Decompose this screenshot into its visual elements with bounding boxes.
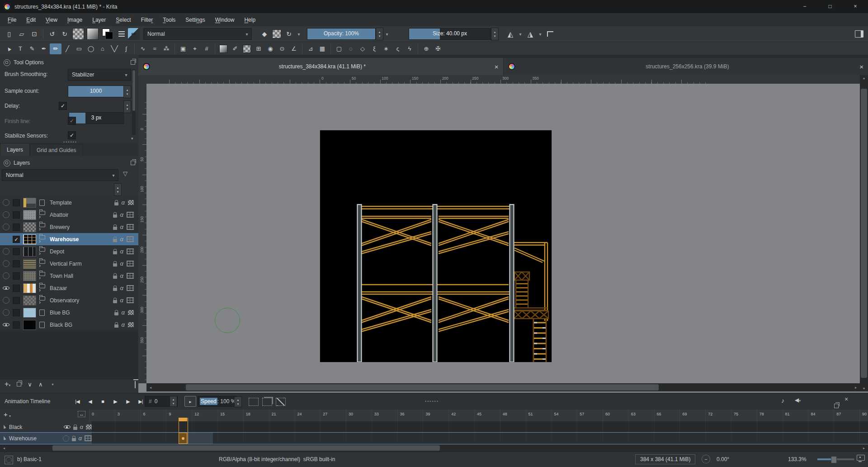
layer-select-checkbox[interactable] (13, 297, 20, 304)
canvas-rotation-dial[interactable]: ↔ (702, 455, 710, 463)
layer-lock-icon[interactable] (113, 276, 117, 279)
layer-thumbnail[interactable] (23, 198, 36, 208)
layer-blending-mode-dropdown[interactable]: Normal ▾ (2, 169, 118, 181)
timeline-track-warehouse[interactable]: Warehouse α (0, 433, 868, 444)
redo-button[interactable]: ↻ (58, 28, 71, 40)
zoom-slider-handle[interactable] (831, 456, 837, 463)
layer-thumbnail[interactable] (23, 234, 36, 244)
timeline-frame-ruler[interactable]: 0369121518212427303336394245485154576063… (89, 410, 868, 422)
workspace-chooser-button[interactable] (853, 28, 865, 40)
current-brush-name[interactable]: b) Basic-1 (17, 456, 42, 462)
layer-hidden-circle-icon[interactable] (3, 260, 9, 267)
menu-edit[interactable]: Edit (21, 14, 41, 26)
opacity-spinner[interactable]: ▴▾ (376, 28, 383, 40)
layer-alpha-icon[interactable]: α (122, 200, 125, 206)
tab-grid-and-guides[interactable]: Grid and Guides (30, 144, 83, 156)
document-size-info[interactable]: 384 x 384 (41.1 MiB) (635, 454, 695, 464)
opacity-slider[interactable]: Opacity: 100% (307, 28, 376, 40)
layer-select-checkbox[interactable] (13, 272, 20, 280)
layer-lock-icon[interactable] (114, 324, 118, 328)
similar-color-selection-tool[interactable]: ∗ (380, 43, 392, 54)
layer-thumbnail[interactable] (23, 210, 36, 220)
open-document-button[interactable]: ▱ (15, 28, 28, 40)
track-visibility-icon[interactable] (64, 424, 71, 430)
next-frame-button[interactable]: ▶ (123, 399, 133, 405)
color-sampler-tool[interactable]: ✐ (229, 43, 241, 54)
mirror-vertical-button[interactable]: ◮ (524, 28, 537, 40)
delay-spinner[interactable]: ▴▾ (123, 100, 131, 113)
ellipse-tool[interactable]: ◯ (85, 43, 97, 54)
add-layer-button[interactable]: +▾ (5, 380, 10, 388)
layer-hidden-circle-icon[interactable] (3, 309, 9, 316)
layer-hidden-circle-icon[interactable] (3, 272, 9, 279)
playback-speed-spinbox[interactable]: Speed: 100 % (198, 396, 236, 407)
layer-select-checkbox[interactable]: ✓ (13, 236, 20, 243)
menu-filter[interactable]: Filter (136, 14, 158, 26)
layer-row-bazaar[interactable]: ›Bazaarα (0, 282, 138, 294)
calligraphy-tool[interactable]: ✒ (38, 43, 50, 54)
layer-alpha-icon[interactable]: α (120, 273, 123, 279)
layer-select-checkbox[interactable] (13, 260, 20, 267)
enclose-fill-tool[interactable]: ⊙ (276, 43, 288, 54)
elliptical-selection-tool[interactable]: ◌ (345, 43, 357, 54)
canvas-viewport[interactable] (146, 84, 860, 383)
track-frames[interactable] (89, 421, 868, 433)
layer-select-checkbox[interactable] (13, 211, 20, 219)
layer-alpha-icon[interactable]: α (120, 224, 123, 230)
layer-thumbnail[interactable] (23, 271, 36, 281)
layer-visible-eye-icon[interactable] (3, 321, 9, 328)
layer-row-observatory[interactable]: ›Observatoryα (0, 294, 138, 306)
float-docker-icon[interactable] (131, 161, 135, 165)
canvas-rotation-value[interactable]: 0.00° (717, 456, 729, 462)
layer-name[interactable]: Warehouse (50, 236, 110, 243)
scroll-right-arrow[interactable]: ▸ (852, 386, 860, 390)
menu-tools[interactable]: Tools (158, 14, 180, 26)
fit-to-screen-icon[interactable] (857, 455, 865, 461)
canvas-vertical-scrollbar[interactable]: ▴ ▾ (860, 75, 868, 391)
layer-hidden-circle-icon[interactable] (3, 224, 9, 230)
canvas-horizontal-scrollbar[interactable]: ◂ ▸ (146, 383, 860, 391)
timeline-scrollbar[interactable]: ◂ ▸ (0, 444, 868, 452)
layer-row-brewery[interactable]: ›Breweryα (0, 221, 138, 233)
blending-mode-dropdown[interactable]: Normal ▾ (143, 28, 252, 40)
layer-row-blue-bg[interactable]: Blue BGα (0, 306, 138, 319)
track-lock-icon[interactable] (72, 438, 76, 441)
scroll-left-arrow[interactable]: ◂ (146, 386, 155, 390)
background-color-swatch[interactable] (105, 32, 113, 39)
layer-row-template[interactable]: Templateα (0, 196, 138, 209)
delay-checkbox[interactable]: ✓ (59, 102, 67, 110)
layer-style-icon[interactable] (127, 297, 134, 303)
scroll-up-arrow[interactable]: ▴ (860, 76, 868, 80)
measure-tool[interactable]: ∠ (288, 43, 300, 54)
layer-name[interactable]: Abattoir (50, 212, 110, 218)
layer-style-icon[interactable] (128, 322, 134, 327)
assistants-tool[interactable]: ⊿ (305, 43, 316, 54)
chevron-down-icon[interactable]: ▾ (537, 32, 544, 37)
layer-lock-icon[interactable] (113, 227, 117, 230)
layer-name[interactable]: Template (50, 200, 111, 206)
mirror-horizontal-button[interactable]: ◭ (504, 28, 517, 40)
layer-style-icon[interactable] (127, 236, 134, 242)
timeline-add-layer-button[interactable]: + (4, 410, 8, 418)
save-document-button[interactable]: ⊡ (28, 28, 41, 40)
keyframe-cell[interactable] (179, 433, 187, 444)
brush-preview-icon[interactable] (5, 456, 13, 464)
layer-hidden-circle-icon[interactable] (3, 211, 9, 218)
float-docker-icon[interactable] (834, 404, 839, 408)
layer-style-icon[interactable] (127, 273, 134, 279)
layer-alpha-icon[interactable]: α (122, 310, 125, 316)
volume-button[interactable]: ◀▾ (795, 397, 801, 403)
smart-patch-tool[interactable]: ⊞ (253, 43, 264, 54)
layer-alpha-icon[interactable]: α (120, 285, 123, 291)
layer-name[interactable]: Blue BG (50, 310, 111, 316)
float-docker-icon[interactable] (131, 60, 135, 65)
layer-thumbnail[interactable] (23, 283, 36, 293)
layer-row-abattoir[interactable]: ›Abattoirα (0, 209, 138, 221)
layer-style-icon[interactable] (128, 200, 134, 205)
layer-name[interactable]: Observatory (50, 297, 110, 304)
menu-file[interactable]: File (3, 14, 21, 26)
layer-name[interactable]: Bazaar (50, 285, 110, 291)
play-button[interactable]: ▶ (110, 399, 120, 405)
close-button[interactable]: × (843, 0, 868, 13)
layer-lock-icon[interactable] (113, 214, 117, 218)
